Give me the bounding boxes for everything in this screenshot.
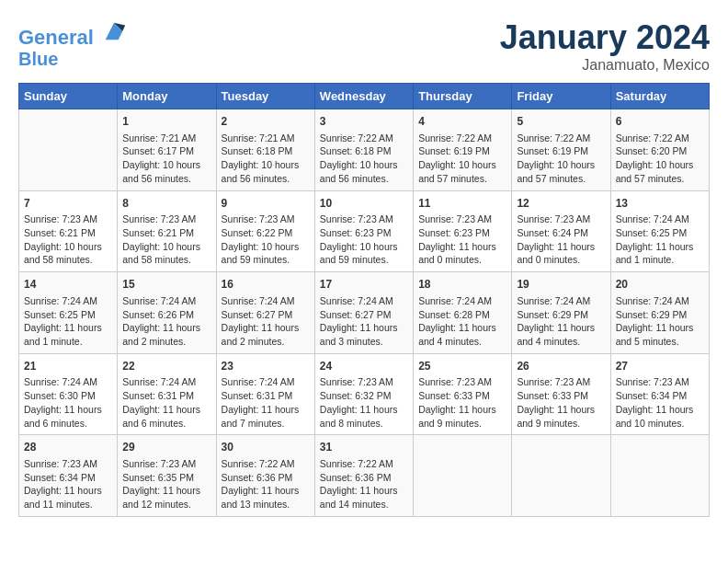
- day-number: 28: [24, 440, 112, 455]
- day-info: Sunrise: 7:23 AM Sunset: 6:32 PM Dayligh…: [320, 375, 408, 430]
- calendar-cell: 28Sunrise: 7:23 AM Sunset: 6:34 PM Dayli…: [19, 435, 118, 517]
- day-number: 30: [222, 440, 310, 455]
- day-number: 7: [24, 196, 112, 212]
- day-info: Sunrise: 7:21 AM Sunset: 6:18 PM Dayligh…: [222, 132, 310, 186]
- calendar-cell: [19, 109, 118, 191]
- day-number: 17: [320, 277, 408, 293]
- logo: General Blue: [18, 18, 127, 69]
- day-info: Sunrise: 7:23 AM Sunset: 6:24 PM Dayligh…: [517, 213, 605, 267]
- day-number: 8: [122, 196, 210, 212]
- calendar-cell: 20Sunrise: 7:24 AM Sunset: 6:29 PM Dayli…: [610, 272, 709, 354]
- day-info: Sunrise: 7:22 AM Sunset: 6:36 PM Dayligh…: [222, 457, 310, 511]
- calendar-cell: 10Sunrise: 7:23 AM Sunset: 6:23 PM Dayli…: [314, 190, 413, 272]
- weekday-header-monday: Monday: [118, 84, 216, 109]
- calendar-cell: 17Sunrise: 7:24 AM Sunset: 6:27 PM Dayli…: [314, 272, 413, 354]
- day-info: Sunrise: 7:24 AM Sunset: 6:31 PM Dayligh…: [222, 375, 310, 430]
- day-info: Sunrise: 7:23 AM Sunset: 6:21 PM Dayligh…: [122, 213, 210, 267]
- day-number: 27: [616, 359, 704, 374]
- day-number: 5: [517, 114, 605, 130]
- day-number: 19: [517, 277, 605, 293]
- week-row-4: 21Sunrise: 7:24 AM Sunset: 6:30 PM Dayli…: [19, 353, 710, 435]
- day-number: 24: [320, 359, 408, 374]
- day-number: 31: [320, 440, 408, 455]
- day-info: Sunrise: 7:24 AM Sunset: 6:25 PM Dayligh…: [616, 213, 704, 267]
- day-number: 22: [122, 359, 210, 374]
- weekday-header-row: SundayMondayTuesdayWednesdayThursdayFrid…: [19, 84, 710, 109]
- calendar-cell: 30Sunrise: 7:22 AM Sunset: 6:36 PM Dayli…: [216, 435, 314, 517]
- calendar-cell: [414, 435, 512, 517]
- day-number: 25: [418, 359, 506, 374]
- day-number: 26: [517, 359, 605, 374]
- day-info: Sunrise: 7:22 AM Sunset: 6:18 PM Dayligh…: [320, 132, 408, 186]
- day-info: Sunrise: 7:24 AM Sunset: 6:28 PM Dayligh…: [418, 294, 506, 349]
- calendar-cell: 6Sunrise: 7:22 AM Sunset: 6:20 PM Daylig…: [610, 109, 709, 191]
- weekday-header-thursday: Thursday: [414, 84, 512, 109]
- calendar-cell: 25Sunrise: 7:23 AM Sunset: 6:33 PM Dayli…: [414, 353, 512, 435]
- day-info: Sunrise: 7:23 AM Sunset: 6:34 PM Dayligh…: [24, 457, 112, 511]
- calendar-cell: 14Sunrise: 7:24 AM Sunset: 6:25 PM Dayli…: [19, 272, 118, 354]
- day-number: 9: [222, 196, 310, 212]
- weekday-header-tuesday: Tuesday: [216, 84, 314, 109]
- day-number: 10: [320, 196, 408, 212]
- day-info: Sunrise: 7:23 AM Sunset: 6:35 PM Dayligh…: [122, 457, 210, 511]
- day-number: 12: [517, 196, 605, 212]
- day-number: 14: [24, 277, 112, 293]
- day-info: Sunrise: 7:24 AM Sunset: 6:25 PM Dayligh…: [24, 294, 112, 349]
- week-row-3: 14Sunrise: 7:24 AM Sunset: 6:25 PM Dayli…: [19, 272, 710, 354]
- day-number: 18: [418, 277, 506, 293]
- week-row-5: 28Sunrise: 7:23 AM Sunset: 6:34 PM Dayli…: [19, 435, 710, 517]
- day-info: Sunrise: 7:23 AM Sunset: 6:23 PM Dayligh…: [320, 213, 408, 267]
- calendar-cell: 23Sunrise: 7:24 AM Sunset: 6:31 PM Dayli…: [216, 353, 314, 435]
- location: Janamuato, Mexico: [500, 57, 710, 74]
- day-info: Sunrise: 7:23 AM Sunset: 6:33 PM Dayligh…: [418, 375, 506, 430]
- week-row-2: 7Sunrise: 7:23 AM Sunset: 6:21 PM Daylig…: [19, 190, 710, 272]
- day-info: Sunrise: 7:24 AM Sunset: 6:27 PM Dayligh…: [320, 294, 408, 349]
- calendar-cell: [512, 435, 610, 517]
- weekday-header-wednesday: Wednesday: [314, 84, 413, 109]
- weekday-header-saturday: Saturday: [610, 84, 709, 109]
- logo-text: General: [18, 18, 127, 49]
- day-number: 11: [418, 196, 506, 212]
- calendar-table: SundayMondayTuesdayWednesdayThursdayFrid…: [18, 83, 710, 517]
- day-info: Sunrise: 7:23 AM Sunset: 6:33 PM Dayligh…: [517, 375, 605, 430]
- calendar-cell: 27Sunrise: 7:23 AM Sunset: 6:34 PM Dayli…: [610, 353, 709, 435]
- day-info: Sunrise: 7:23 AM Sunset: 6:21 PM Dayligh…: [24, 213, 112, 267]
- calendar-cell: 7Sunrise: 7:23 AM Sunset: 6:21 PM Daylig…: [19, 190, 118, 272]
- day-info: Sunrise: 7:24 AM Sunset: 6:26 PM Dayligh…: [122, 294, 210, 349]
- day-info: Sunrise: 7:22 AM Sunset: 6:36 PM Dayligh…: [320, 457, 408, 511]
- day-number: 23: [222, 359, 310, 374]
- day-number: 29: [122, 440, 210, 455]
- calendar-cell: 3Sunrise: 7:22 AM Sunset: 6:18 PM Daylig…: [314, 109, 413, 191]
- calendar-cell: 15Sunrise: 7:24 AM Sunset: 6:26 PM Dayli…: [118, 272, 216, 354]
- day-number: 2: [222, 114, 310, 130]
- day-number: 4: [418, 114, 506, 130]
- calendar-cell: 2Sunrise: 7:21 AM Sunset: 6:18 PM Daylig…: [216, 109, 314, 191]
- calendar-cell: 12Sunrise: 7:23 AM Sunset: 6:24 PM Dayli…: [512, 190, 610, 272]
- calendar-cell: 13Sunrise: 7:24 AM Sunset: 6:25 PM Dayli…: [610, 190, 709, 272]
- calendar-cell: 9Sunrise: 7:23 AM Sunset: 6:22 PM Daylig…: [216, 190, 314, 272]
- week-row-1: 1Sunrise: 7:21 AM Sunset: 6:17 PM Daylig…: [19, 109, 710, 191]
- calendar-cell: 11Sunrise: 7:23 AM Sunset: 6:23 PM Dayli…: [414, 190, 512, 272]
- logo-blue: Blue: [18, 49, 127, 69]
- calendar-cell: 24Sunrise: 7:23 AM Sunset: 6:32 PM Dayli…: [314, 353, 413, 435]
- calendar-cell: 26Sunrise: 7:23 AM Sunset: 6:33 PM Dayli…: [512, 353, 610, 435]
- day-number: 20: [616, 277, 704, 293]
- day-number: 3: [320, 114, 408, 130]
- calendar-cell: 19Sunrise: 7:24 AM Sunset: 6:29 PM Dayli…: [512, 272, 610, 354]
- weekday-header-friday: Friday: [512, 84, 610, 109]
- day-info: Sunrise: 7:21 AM Sunset: 6:17 PM Dayligh…: [122, 132, 210, 186]
- day-info: Sunrise: 7:23 AM Sunset: 6:22 PM Dayligh…: [222, 213, 310, 267]
- day-info: Sunrise: 7:23 AM Sunset: 6:23 PM Dayligh…: [418, 213, 506, 267]
- day-number: 1: [122, 114, 210, 130]
- page-header: General Blue January 2024 Janamuato, Mex…: [18, 18, 710, 74]
- day-info: Sunrise: 7:24 AM Sunset: 6:29 PM Dayligh…: [517, 294, 605, 349]
- day-info: Sunrise: 7:22 AM Sunset: 6:20 PM Dayligh…: [616, 132, 704, 186]
- day-number: 16: [222, 277, 310, 293]
- day-number: 6: [616, 114, 704, 130]
- calendar-cell: 29Sunrise: 7:23 AM Sunset: 6:35 PM Dayli…: [118, 435, 216, 517]
- title-block: January 2024 Janamuato, Mexico: [500, 18, 710, 74]
- calendar-cell: 18Sunrise: 7:24 AM Sunset: 6:28 PM Dayli…: [414, 272, 512, 354]
- calendar-cell: 22Sunrise: 7:24 AM Sunset: 6:31 PM Dayli…: [118, 353, 216, 435]
- calendar-cell: [610, 435, 709, 517]
- calendar-cell: 8Sunrise: 7:23 AM Sunset: 6:21 PM Daylig…: [118, 190, 216, 272]
